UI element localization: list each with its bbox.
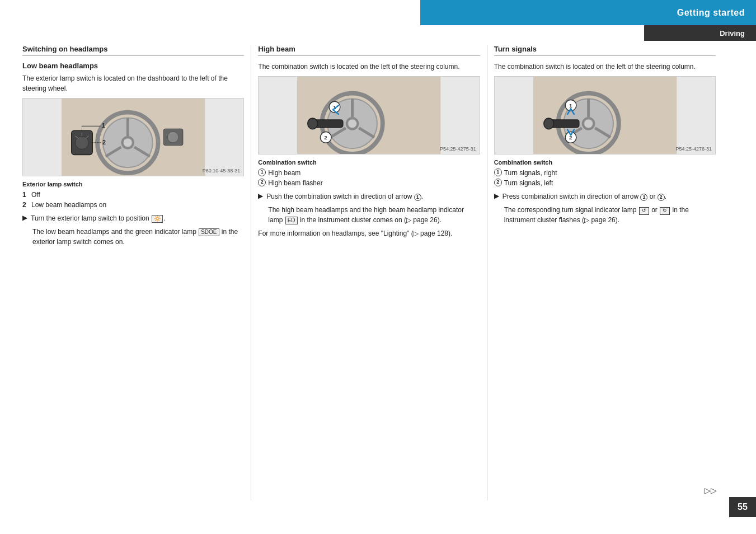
col1-step1-body: The low beam headlamps and the green ind…	[32, 227, 244, 247]
header-bar: Getting started	[420, 0, 756, 25]
double-arrow: ▷▷	[705, 486, 717, 495]
col2-circle-list: 1 High beam 2 High beam flasher	[258, 168, 480, 188]
list-item: 2 High beam flasher	[258, 178, 480, 188]
col3-step1: ▶ Press combination switch in direction …	[494, 191, 716, 202]
col3-combination-label: Combination switch	[494, 159, 716, 166]
driving-bar: Driving	[644, 25, 756, 41]
col1-sub-heading: Low beam headlamps	[22, 62, 244, 70]
svg-text:2: 2	[102, 139, 106, 146]
col1-step1: ▶ Turn the exterior lamp switch to posit…	[22, 213, 244, 223]
col2-footer: For more information on headlamps, see "…	[258, 228, 480, 238]
page-number: 55	[729, 497, 756, 517]
col2-intro: The combination switch is located on the…	[258, 62, 480, 72]
col1-img-label: Exterior lamp switch	[22, 181, 244, 188]
svg-text:1: 1	[102, 122, 105, 129]
svg-point-7	[123, 138, 132, 147]
col-headlamps: Switching on headlamps Low beam headlamp…	[22, 45, 251, 500]
list-item: 2 Low beam headlamps on	[22, 200, 244, 210]
turn-left-icon: ↺	[639, 207, 649, 215]
list-item: 1 High beam	[258, 168, 480, 178]
col2-section-heading: High beam	[258, 45, 480, 56]
list-item: 1 Off	[22, 190, 244, 200]
col2-img-caption: P54:25-4275-31	[440, 146, 476, 152]
col2-combination-label: Combination switch	[258, 159, 480, 166]
svg-point-27	[348, 119, 357, 128]
col3-img-caption: P54:25-4276-31	[675, 146, 712, 152]
col1-intro: The exterior lamp switch is located on t…	[22, 73, 244, 93]
driving-subtitle: Driving	[720, 29, 745, 38]
exterior-lamp-image: 1 2 P60.10-45-38-31	[22, 98, 244, 176]
svg-point-29	[308, 118, 318, 129]
col3-step1-body: The corresponding turn signal indicator …	[504, 205, 716, 225]
highbeam-image: 1 2 P54:25-4275-31	[258, 76, 480, 154]
col3-circle-list: 1 Turn signals, right 2 Turn signals, le…	[494, 168, 716, 188]
indicator-icon: SDOE	[199, 228, 219, 236]
turnsignal-image: 1 2 P54:25-4276-31	[494, 76, 716, 154]
svg-text:2: 2	[325, 134, 328, 140]
col1-section-heading: Switching on headlamps	[22, 45, 244, 56]
col-highbeam: High beam The combination switch is loca…	[251, 45, 487, 500]
list-item: 1 Turn signals, right	[494, 168, 716, 178]
col-turnsignal: Turn signals The combination switch is l…	[487, 45, 722, 500]
col1-img-caption: P60.10-45-38-31	[203, 168, 241, 174]
highbeam-icon: ED	[285, 217, 298, 224]
lamp-icon: 🔆	[152, 215, 163, 223]
list-item: 2 Turn signals, left	[494, 178, 716, 188]
col2-step1-body: The high beam headlamps and the high bea…	[268, 205, 480, 225]
col3-intro: The combination switch is located on the…	[494, 62, 716, 72]
col3-section-heading: Turn signals	[494, 45, 716, 56]
svg-point-43	[543, 118, 553, 129]
col1-numbered-list: 1 Off 2 Low beam headlamps on	[22, 190, 244, 210]
svg-point-9	[76, 136, 89, 149]
turn-right-icon: ↻	[660, 207, 670, 215]
col2-step1: ▶ Push the combination switch in directi…	[258, 191, 480, 202]
svg-point-41	[584, 119, 593, 128]
svg-text:1: 1	[569, 102, 572, 109]
header-title: Getting started	[677, 8, 745, 18]
svg-point-19	[167, 132, 179, 143]
main-content: Switching on headlamps Low beam headlamp…	[22, 45, 722, 500]
